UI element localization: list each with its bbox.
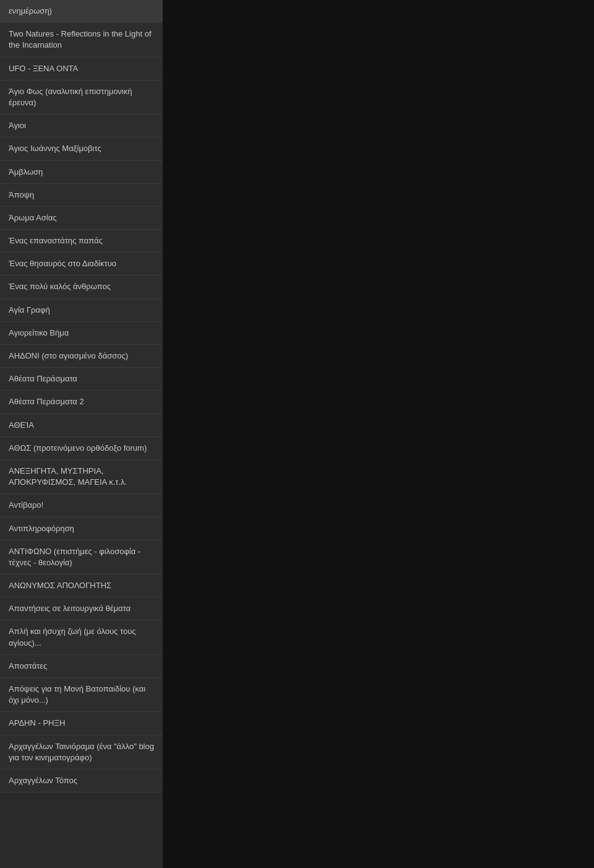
- sidebar-item-22[interactable]: ΑΝΤΙΦΩΝΟ (επιστήμες - φιλοσοφία - τέχνες…: [0, 540, 163, 575]
- sidebar-item-2[interactable]: UFO - ΞΕΝΑ ΟΝΤΑ: [0, 58, 163, 80]
- sidebar-item-29[interactable]: Αρχαγγέλων Ταινιόραμα (ένα "άλλο" blog γ…: [0, 736, 163, 770]
- sidebar-item-27[interactable]: Απόψεις για τη Μονή Βατοπαιδίου (και όχι…: [0, 678, 163, 712]
- sidebar-item-10[interactable]: Ένας θησαυρός στο Διαδίκτυο: [0, 253, 163, 276]
- sidebar-item-15[interactable]: Αθέατα Περάσματα: [0, 368, 163, 391]
- main-content: [163, 0, 594, 868]
- sidebar-item-12[interactable]: Αγία Γραφή: [0, 299, 163, 322]
- sidebar-item-0[interactable]: ενημέρωση): [0, 0, 163, 23]
- sidebar-item-8[interactable]: Άρωμα Ασίας: [0, 207, 163, 230]
- sidebar-item-7[interactable]: Άποψη: [0, 184, 163, 207]
- sidebar-item-14[interactable]: ΑΗΔΟΝΙ (στο αγιασμένο δάσσος): [0, 345, 163, 368]
- sidebar-item-17[interactable]: ΑΘΕΊΑ: [0, 414, 163, 437]
- sidebar-item-4[interactable]: Άγιοι: [0, 115, 163, 137]
- sidebar: ενημέρωση)Two Natures - Reflections in t…: [0, 0, 163, 868]
- sidebar-item-23[interactable]: ΑΝΩΝΥΜΟΣ ΑΠΟΛΟΓΗΤΗΣ: [0, 575, 163, 597]
- sidebar-item-30[interactable]: Αρχαγγέλων Τόπος: [0, 770, 163, 792]
- sidebar-item-6[interactable]: Άμβλωση: [0, 161, 163, 184]
- sidebar-item-20[interactable]: Αντίβαρο!: [0, 494, 163, 517]
- sidebar-item-24[interactable]: Απαντήσεις σε λειτουργικά θέματα: [0, 597, 163, 620]
- sidebar-item-13[interactable]: Αγιορείτικο Βήμα: [0, 322, 163, 345]
- sidebar-item-21[interactable]: Αντιπληροφόρηση: [0, 518, 163, 540]
- sidebar-item-3[interactable]: Άγιο Φως (αναλυτική επιστημονική έρευνα): [0, 80, 163, 115]
- sidebar-item-11[interactable]: Ένας πολύ καλός άνθρωπος: [0, 276, 163, 298]
- sidebar-item-28[interactable]: ΑΡΔΗΝ - ΡΗΞΗ: [0, 712, 163, 735]
- sidebar-item-26[interactable]: Αποστάτες: [0, 655, 163, 678]
- sidebar-item-9[interactable]: Ένας επαναστάτης παπάς: [0, 230, 163, 253]
- sidebar-item-25[interactable]: Απλή και ήσυχη ζωή (με όλους τους αγίους…: [0, 620, 163, 654]
- sidebar-item-5[interactable]: Άγιος Ιωάννης Μαξίμοβιτς: [0, 137, 163, 160]
- sidebar-item-1[interactable]: Two Natures - Reflections in the Light o…: [0, 23, 163, 57]
- sidebar-item-19[interactable]: ΑΝΕΞΗΓΗΤΑ, ΜΥΣΤΗΡΙΑ, ΑΠΟΚΡΥΦΙΣΜΟΣ, ΜΑΓΕΙ…: [0, 460, 163, 494]
- sidebar-item-16[interactable]: Αθέατα Περάσματα 2: [0, 391, 163, 414]
- sidebar-item-18[interactable]: ΑΘΩΣ (προτεινόμενο ορθόδοξο forum): [0, 437, 163, 460]
